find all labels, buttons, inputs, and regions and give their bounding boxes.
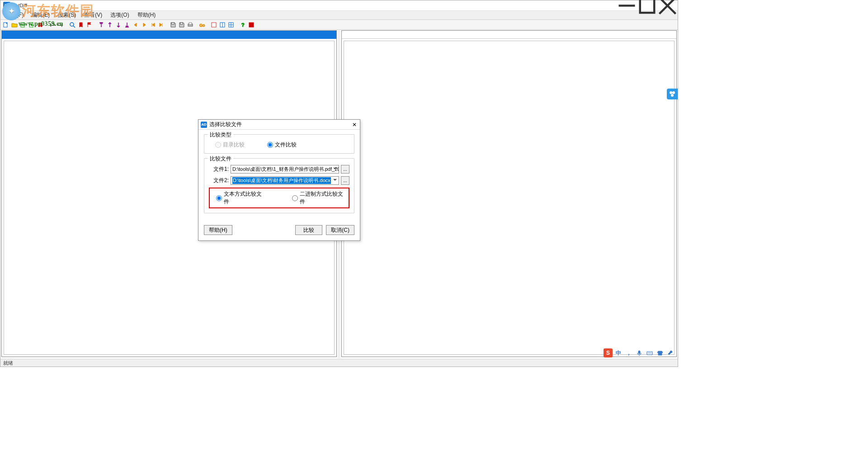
menu-edit[interactable]: 编辑(E) xyxy=(28,11,53,19)
left-pane-header[interactable] xyxy=(2,31,336,39)
tb-help-icon[interactable]: ? xyxy=(239,21,247,29)
radio-file-compare[interactable]: 文件比较 xyxy=(267,141,297,149)
radio-binary-method[interactable]: 二进制方式比较文件 xyxy=(292,190,346,206)
tb-next-diff-icon[interactable] xyxy=(114,21,123,29)
menu-search[interactable]: 搜索(S) xyxy=(54,11,80,19)
menu-file[interactable]: 文件(F) xyxy=(2,11,27,19)
ime-mic-icon[interactable] xyxy=(635,348,644,357)
ime-bar: S 中 ， xyxy=(604,348,675,357)
app-window: ✦ 河东软件园 www.pc0359.cn AD AptDiff 文件(F) 编… xyxy=(0,0,678,367)
tb-find-icon[interactable] xyxy=(68,21,76,29)
tb-stop-icon[interactable] xyxy=(247,21,255,29)
svg-rect-11 xyxy=(172,23,174,24)
svg-point-26 xyxy=(671,94,674,97)
svg-text:Go: Go xyxy=(199,23,205,28)
app-icon: AD xyxy=(3,2,10,9)
svg-point-25 xyxy=(672,91,675,94)
side-float-icon[interactable] xyxy=(667,89,678,99)
tb-new-icon[interactable] xyxy=(2,21,10,29)
compare-method-highlight: 文本方式比较文件 二进制方式比较文件 xyxy=(209,188,349,208)
menu-options[interactable]: 选项(O) xyxy=(107,11,132,19)
file1-combo[interactable]: D:\tools\桌面\文档\1_财务用户操作说明书.pdf_2018-01-1… xyxy=(231,165,339,174)
file2-label: 文件2: xyxy=(209,177,229,184)
compare-button[interactable]: 比较 xyxy=(295,225,322,235)
radio-dir-compare-input xyxy=(215,142,221,148)
tb-undo-icon[interactable] xyxy=(48,21,56,29)
svg-text:+: + xyxy=(22,24,24,27)
tb-first-diff-icon[interactable] xyxy=(97,21,105,29)
svg-line-10 xyxy=(73,26,75,28)
ime-tool-icon[interactable] xyxy=(666,348,675,357)
right-pane-content[interactable] xyxy=(344,41,675,355)
statusbar: 就绪 xyxy=(0,359,678,367)
titlebar: AD AptDiff xyxy=(0,0,678,11)
tb-open-icon[interactable] xyxy=(10,21,19,29)
dialog-close-button[interactable]: ✕ xyxy=(349,120,360,129)
radio-binary-method-input[interactable] xyxy=(292,195,298,201)
select-compare-dialog: AD 选择比较文件 ✕ 比较类型 目录比较 文件比较 比 xyxy=(198,119,360,241)
menu-view[interactable]: 查看(V) xyxy=(80,11,106,19)
radio-file-compare-input[interactable] xyxy=(267,142,273,148)
tb-copy-all-right-icon[interactable] xyxy=(157,21,165,29)
tb-single-pane-icon[interactable] xyxy=(210,21,218,29)
radio-text-method[interactable]: 文本方式比较文件 xyxy=(216,190,265,206)
svg-rect-16 xyxy=(212,23,216,27)
menubar: 文件(F) 编辑(E) 搜索(S) 查看(V) 选项(O) 帮助(H) xyxy=(0,11,678,20)
ime-keyboard-icon[interactable] xyxy=(645,348,654,357)
tb-print-icon[interactable] xyxy=(186,21,194,29)
svg-rect-14 xyxy=(189,23,192,24)
right-pane-header[interactable] xyxy=(342,31,676,39)
help-button[interactable]: 帮助(H) xyxy=(204,225,232,235)
compare-type-group: 比较类型 目录比较 文件比较 xyxy=(204,134,354,154)
file2-combo[interactable]: D:\tools\桌面\文档\财务用户操作说明书.docx xyxy=(231,176,339,185)
compare-files-group: 比较文件 文件1: D:\tools\桌面\文档\1_财务用户操作说明书.pdf… xyxy=(204,158,354,213)
ime-sogou-icon[interactable]: S xyxy=(604,348,613,357)
file2-browse-button[interactable]: ... xyxy=(341,176,349,185)
svg-text:+: + xyxy=(31,24,33,27)
svg-point-24 xyxy=(670,91,672,94)
tb-add1-icon[interactable]: + xyxy=(19,21,27,29)
ime-lang[interactable]: 中 xyxy=(614,348,623,357)
tb-goto-icon[interactable]: Go xyxy=(198,21,206,29)
compare-files-label: 比较文件 xyxy=(208,155,233,163)
dialog-titlebar: AD 选择比较文件 ✕ xyxy=(198,120,360,130)
status-text: 就绪 xyxy=(3,360,13,367)
ime-skin-icon[interactable] xyxy=(656,348,665,357)
file1-label: 文件1: xyxy=(209,165,229,173)
ime-punct-icon[interactable]: ， xyxy=(624,348,633,357)
right-pane xyxy=(341,30,677,357)
maximize-button[interactable] xyxy=(637,0,657,10)
tb-split-vert-icon[interactable] xyxy=(218,21,226,29)
tb-save-left-icon[interactable] xyxy=(169,21,177,29)
tb-split-quad-icon[interactable] xyxy=(227,21,235,29)
tb-copy-all-left-icon[interactable] xyxy=(149,21,157,29)
toolbar: + + Go ? xyxy=(0,20,678,30)
tb-copy-left-icon[interactable] xyxy=(132,21,140,29)
svg-rect-23 xyxy=(249,23,254,27)
tb-save-right-icon[interactable] xyxy=(178,21,186,29)
tb-redo-icon[interactable] xyxy=(57,21,65,29)
tb-copy-right-icon[interactable] xyxy=(140,21,148,29)
app-title: AptDiff xyxy=(12,3,27,8)
file1-browse-button[interactable]: ... xyxy=(341,165,349,174)
tb-last-diff-icon[interactable] xyxy=(123,21,131,29)
svg-rect-27 xyxy=(638,351,640,354)
svg-rect-1 xyxy=(640,0,655,13)
tb-compare-icon[interactable] xyxy=(36,21,44,29)
compare-type-label: 比较类型 xyxy=(208,131,233,139)
svg-text:?: ? xyxy=(241,22,245,28)
dialog-title: 选择比较文件 xyxy=(209,121,349,128)
tb-prev-diff-icon[interactable] xyxy=(106,21,114,29)
tb-bookmark-icon[interactable] xyxy=(77,21,85,29)
minimize-button[interactable] xyxy=(617,0,637,10)
tb-add2-icon[interactable]: + xyxy=(28,21,36,29)
dialog-app-icon: AD xyxy=(201,122,207,128)
close-button[interactable] xyxy=(657,0,678,10)
radio-text-method-input[interactable] xyxy=(216,195,222,201)
svg-point-9 xyxy=(70,23,74,26)
svg-rect-12 xyxy=(180,23,183,24)
radio-dir-compare: 目录比较 xyxy=(215,141,245,149)
tb-flag-icon[interactable] xyxy=(85,21,94,29)
menu-help[interactable]: 帮助(H) xyxy=(134,11,160,19)
cancel-button[interactable]: 取消(C) xyxy=(326,225,354,235)
